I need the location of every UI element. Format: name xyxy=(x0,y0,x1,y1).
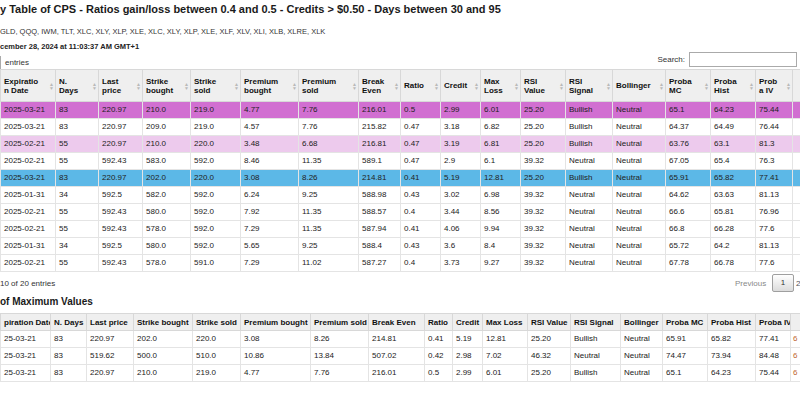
cutoff-cell xyxy=(793,187,800,204)
cell: 63.1 xyxy=(711,136,756,153)
column-header-label: RSI Signal xyxy=(569,77,609,95)
column-header-proba-mc[interactable]: Proba MC▲▼ xyxy=(666,70,711,102)
cell: 0.47 xyxy=(401,136,441,153)
table-row[interactable]: 2025-03-2183220.97209.0219.04.577.76215.… xyxy=(1,119,800,136)
column-header-label: Break Even xyxy=(362,77,397,95)
cell: 25.20 xyxy=(521,102,566,119)
pagination-page-1-button[interactable]: 1 xyxy=(772,274,794,292)
search-label: Search: xyxy=(657,55,685,64)
pagination-page-2-button-partial[interactable]: 2 xyxy=(796,279,800,288)
column-header-expiration-date[interactable]: Expiration Date▲▼ xyxy=(1,70,56,102)
table-row[interactable]: 2025-01-3134592.5580.0592.05.659.25588.4… xyxy=(1,238,800,255)
column-header-label: Proba Hist xyxy=(711,318,751,327)
sort-icon: ▲▼ xyxy=(394,82,399,90)
cell: 592.0 xyxy=(191,204,241,221)
cell: 8.46 xyxy=(241,153,299,170)
cell: 83 xyxy=(56,170,99,187)
cell: 11.02 xyxy=(299,255,359,272)
cell: 12.81 xyxy=(483,331,528,348)
column-header-premium-bought[interactable]: Premium bought▲▼ xyxy=(241,70,299,102)
column-header-max-loss[interactable]: Max Loss▲▼ xyxy=(481,70,521,102)
cell: 83 xyxy=(51,365,87,382)
table-row[interactable]: 2025-03-2183220.97210.0219.04.777.76216.… xyxy=(1,102,800,119)
column-header-label: piration Date xyxy=(4,318,51,327)
cell: 25-03-21 xyxy=(1,348,51,365)
cell: 83 xyxy=(56,102,99,119)
cell: 77.41 xyxy=(756,331,791,348)
table-row[interactable]: 2025-01-3134592.5582.0592.06.249.25588.9… xyxy=(1,187,800,204)
cutoff-cell: 6 xyxy=(791,365,800,382)
column-header-proba-hist[interactable]: Proba Hist▲▼ xyxy=(711,70,756,102)
column-header-n-days[interactable]: N. Days▲▼ xyxy=(56,70,99,102)
table-row[interactable]: 2025-02-2155592.43580.0592.07.9211.35588… xyxy=(1,204,800,221)
cell: 7.02 xyxy=(483,348,528,365)
table-row[interactable]: 2025-02-2155220.97210.0220.03.486.68216.… xyxy=(1,136,800,153)
sort-icon: ▲▼ xyxy=(92,82,97,90)
cell: 0.41 xyxy=(425,331,453,348)
cell: 4.77 xyxy=(241,102,299,119)
cell: 39.32 xyxy=(521,221,566,238)
cell: 2025-03-21 xyxy=(1,170,56,187)
column-header-label: Last price xyxy=(90,318,128,327)
cell: 7.76 xyxy=(299,119,359,136)
column-header-proba-hist: Proba Hist xyxy=(708,314,756,331)
column-header-proba-mc: Proba MC xyxy=(663,314,708,331)
cell: 66.78 xyxy=(711,255,756,272)
cell: 66.28 xyxy=(711,221,756,238)
cell: 0.43 xyxy=(401,238,441,255)
cell: 25.20 xyxy=(521,136,566,153)
search-input[interactable] xyxy=(689,52,797,67)
cell: Neutral xyxy=(613,102,666,119)
column-header-last-price[interactable]: Last price▲▼ xyxy=(99,70,143,102)
cell: 74.47 xyxy=(663,348,708,365)
cell: 55 xyxy=(56,221,99,238)
cell: 591.0 xyxy=(191,255,241,272)
cell: 3.6 xyxy=(441,238,481,255)
column-header-rsi-signal: RSI Signal xyxy=(571,314,621,331)
cell: 578.0 xyxy=(143,255,191,272)
column-header-ratio[interactable]: Ratio▲▼ xyxy=(401,70,441,102)
column-header-break-even[interactable]: Break Even▲▼ xyxy=(359,70,401,102)
header-row: Expiration Date▲▼N. Days▲▼Last price▲▼St… xyxy=(1,70,800,102)
cell: 4.77 xyxy=(241,365,311,382)
pagination-previous-button[interactable]: Previous xyxy=(735,279,766,288)
cell: 592.0 xyxy=(191,221,241,238)
cell: 10.86 xyxy=(241,348,311,365)
cell: 39.32 xyxy=(521,187,566,204)
table-row[interactable]: 2025-02-2155592.43578.0591.07.2911.02587… xyxy=(1,255,800,272)
cell: 210.0 xyxy=(143,102,191,119)
column-header-rsi-value[interactable]: RSI Value▲▼ xyxy=(521,70,566,102)
column-header-bollinger[interactable]: Bollinger▲▼ xyxy=(613,70,666,102)
column-header-proba-iv[interactable]: Proba IV▲▼ xyxy=(756,70,793,102)
cell: 64.62 xyxy=(666,187,711,204)
column-header-label: Strike bought xyxy=(137,318,189,327)
pagination: Previous 1 2 xyxy=(0,273,800,293)
cell: 220.97 xyxy=(99,136,143,153)
column-header-rsi-signal[interactable]: RSI Signal▲▼ xyxy=(566,70,613,102)
table-row[interactable]: 2025-02-2155592.43578.0592.07.2911.35587… xyxy=(1,221,800,238)
column-header-n-days: N. Days xyxy=(51,314,87,331)
table-row[interactable]: 2025-03-2183220.97202.0220.03.088.26214.… xyxy=(1,170,800,187)
entries-select-cut[interactable] xyxy=(0,56,1,69)
column-header-premium-sold[interactable]: Premium sold▲▼ xyxy=(299,70,359,102)
cell: Neutral xyxy=(613,238,666,255)
max-values-table: piration DateN. DaysLast priceStrike bou… xyxy=(0,313,800,382)
column-header-strike-sold[interactable]: Strike sold▲▼ xyxy=(191,70,241,102)
column-header-strike-bought[interactable]: Strike bought▲▼ xyxy=(143,70,191,102)
cell: Bullish xyxy=(571,365,621,382)
column-header-credit[interactable]: Credit▲▼ xyxy=(441,70,481,102)
table-row[interactable]: 2025-02-2155592.43583.0592.08.4611.35589… xyxy=(1,153,800,170)
cell: 5.19 xyxy=(441,170,481,187)
cell: 77.6 xyxy=(756,221,793,238)
cutoff-cell xyxy=(793,136,800,153)
cell: 2.99 xyxy=(441,102,481,119)
cell: 5.19 xyxy=(453,331,483,348)
cell: 2025-03-21 xyxy=(1,119,56,136)
cell: 0.41 xyxy=(401,221,441,238)
column-header-label: Proba IV xyxy=(759,318,791,327)
cell: 216.01 xyxy=(359,102,401,119)
cell: Neutral xyxy=(613,153,666,170)
cell: 0.4 xyxy=(401,204,441,221)
cell: 83 xyxy=(56,119,99,136)
cell: 77.41 xyxy=(756,170,793,187)
